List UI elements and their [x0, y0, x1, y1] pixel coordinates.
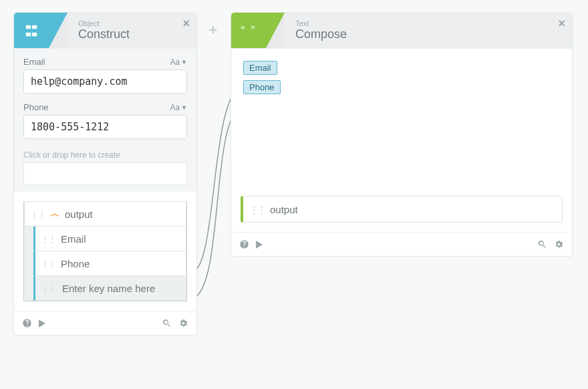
output-tree: ⋮⋮ ︿ output ⋮⋮ Email ⋮⋮ Phone ⋮⋮	[23, 201, 187, 301]
compose-card: “ ” Text Compose × Email Phone ⋮⋮ output	[231, 12, 573, 257]
close-construct-button[interactable]: ×	[182, 17, 190, 31]
compose-category: Text	[295, 19, 572, 27]
search-icon[interactable]	[537, 239, 547, 249]
grip-icon[interactable]: ⋮⋮	[41, 234, 55, 244]
caret-down-icon: ▼	[181, 104, 187, 111]
play-icon[interactable]	[39, 319, 45, 328]
construct-card: Object Construct × Email Aa▼ Phone Aa▼ C…	[13, 12, 197, 336]
compose-output-label: output	[270, 204, 298, 215]
field-label-phone: Phone	[23, 102, 49, 112]
construct-footer	[14, 311, 196, 335]
compose-output[interactable]: ⋮⋮ output	[241, 196, 563, 223]
new-field-dropzone[interactable]	[23, 162, 187, 185]
caret-down-icon: ▼	[181, 59, 187, 66]
construct-icon	[14, 13, 49, 48]
compose-body[interactable]: Email Phone	[231, 49, 572, 189]
output-root[interactable]: ⋮⋮ ︿ output	[24, 201, 186, 227]
construct-category: Object	[78, 19, 196, 27]
drop-hint: Click or drop here to create	[23, 150, 187, 160]
output-new-child[interactable]: ⋮⋮	[33, 275, 186, 301]
gear-icon[interactable]	[554, 239, 564, 249]
chip-email[interactable]: Email	[243, 61, 277, 75]
grip-icon[interactable]: ⋮⋮	[250, 205, 265, 215]
grip-icon[interactable]: ⋮⋮	[41, 283, 55, 293]
construct-fields: Email Aa▼ Phone Aa▼ Click or drop here t…	[14, 49, 196, 192]
compose-footer	[231, 232, 572, 256]
phone-input[interactable]	[23, 115, 187, 139]
output-root-label: output	[65, 209, 93, 220]
chevron-up-icon[interactable]: ︿	[50, 208, 59, 220]
quotes-icon: “ ”	[241, 25, 257, 37]
grip-icon[interactable]: ⋮⋮	[30, 209, 45, 219]
construct-header: Object Construct ×	[14, 13, 196, 49]
compose-title: Compose	[295, 27, 572, 42]
construct-title: Construct	[78, 27, 196, 42]
new-key-input[interactable]	[61, 282, 180, 295]
header-diagonal	[49, 13, 67, 48]
help-icon[interactable]	[22, 318, 32, 328]
field-type-picker-phone[interactable]: Aa▼	[170, 103, 187, 112]
email-input[interactable]	[23, 70, 187, 94]
grip-icon[interactable]: ⋮⋮	[41, 259, 55, 269]
search-icon[interactable]	[162, 318, 172, 328]
chip-phone[interactable]: Phone	[243, 80, 281, 94]
close-compose-button[interactable]: ×	[558, 17, 565, 31]
add-node-between-button[interactable]: +	[204, 21, 222, 39]
field-label-email: Email	[23, 57, 45, 67]
play-icon[interactable]	[256, 241, 263, 249]
field-type-picker-email[interactable]: Aa▼	[170, 57, 187, 67]
gear-icon[interactable]	[178, 318, 188, 328]
header-diagonal	[266, 13, 285, 48]
output-child-phone[interactable]: ⋮⋮ Phone	[33, 251, 186, 276]
compose-icon: “ ”	[231, 13, 266, 48]
compose-header: “ ” Text Compose ×	[231, 13, 572, 49]
output-child-email[interactable]: ⋮⋮ Email	[33, 226, 186, 251]
help-icon[interactable]	[239, 239, 249, 249]
